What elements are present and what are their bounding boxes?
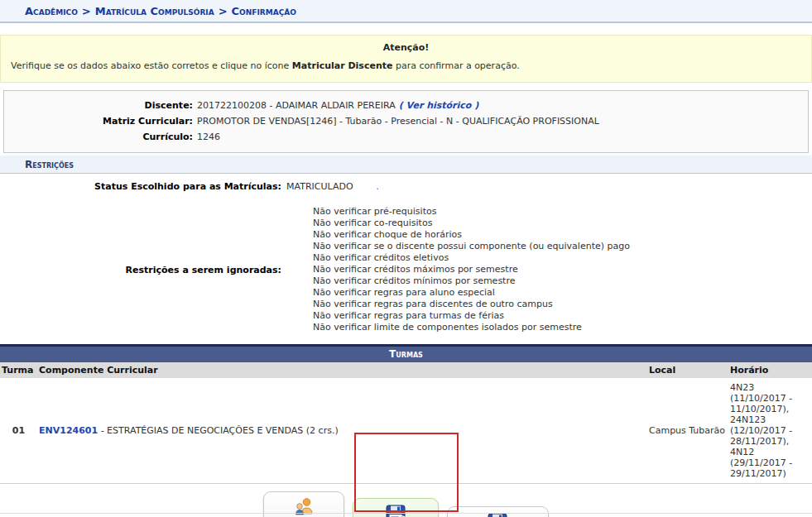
attention-box: Atenção! Verifique se os dados abaixo es… [0,35,812,83]
column-header-local: Local [647,362,728,378]
restrictions-ignored-label: Restrições a serem ignoradas: [0,265,281,275]
breadcrumb-matricula-compulsoria[interactable]: Matrícula Compulsória [95,5,214,17]
turma-number: 01 [0,378,37,484]
attention-text-bold: Matricular Discente [292,60,393,71]
course-code: ENV124601 [39,425,98,436]
restriction-item: Não verificar limite de componentes isol… [313,322,630,333]
curriculo-label: Currículo: [4,129,193,145]
status-value-text: MATRICULADO [286,181,353,192]
column-header-componente: Componente Curricular [37,362,647,378]
discente-text: 201722100208 - ADAIMAR ALDAIR PEREIRA [197,100,396,111]
footer-divider [0,513,812,514]
curriculo-value: 1246 [193,129,220,145]
turmas-header-row: Turma Componente Curricular Local Horári… [0,362,812,378]
breadcrumb-separator: > [219,5,228,17]
restriction-item: Não verificar pré-requisitos [313,206,630,218]
attention-message: Verifique se os dados abaixo estão corre… [11,60,801,71]
column-header-horario: Horário [728,362,812,378]
restriction-item: Não verificar créditos eletivos [313,252,630,264]
student-info-box: Discente: 201722100208 - ADAIMAR ALDAIR … [3,90,809,153]
matricular-discente-button[interactable]: Matricular Discente [353,498,439,517]
restriction-item: Não verificar choque de horários [313,229,630,241]
restriction-item: Não verificar se o discente possui compo… [313,241,630,252]
turmas-table: Turma Componente Curricular Local Horári… [0,362,812,484]
status-row: Status Escolhido para as Matrículas: MAT… [0,180,812,194]
ver-historico-link[interactable]: ( Ver histórico ) [399,100,479,111]
restriction-item: Não verificar regras para discentes de o… [313,299,630,310]
student-info-row: Matriz Curricular: PROMOTOR DE VENDAS[12… [4,113,808,129]
course-description: - ESTRATÉGIAS DE NEGOCIAÇÕES E VENDAS (2… [98,425,339,436]
restriction-item: Não verificar co-requisitos [313,218,630,229]
breadcrumb-academico[interactable]: Acadêmico [25,5,78,17]
discente-value: 201722100208 - ADAIMAR ALDAIR PEREIRA( V… [193,98,478,113]
attention-title: Atenção! [11,42,801,53]
stray-dot: . [377,182,379,191]
matriz-curricular-value: PROMOTOR DE VENDAS[1246] - Tubarão - Pre… [193,113,599,129]
restriction-item: Não verificar regras para turmas de féri… [313,310,630,322]
attention-text-before: Verifique se os dados abaixo estão corre… [11,60,292,71]
restriction-item: Não verificar créditos mínimos por semes… [313,275,630,287]
discente-label: Discente: [4,98,193,113]
matriz-curricular-label: Matriz Curricular: [4,113,193,129]
people-icon [271,497,337,517]
turmas-section-header: Turmas [0,344,812,362]
student-info-row: Discente: 201722100208 - ADAIMAR ALDAIR … [4,98,808,113]
componente-curricular-cell: ENV124601 - ESTRATÉGIAS DE NEGOCIAÇÕES E… [37,378,647,484]
restrictions-list: Não verificar pré-requisitos Não verific… [281,206,630,333]
student-info-row: Currículo: 1246 [4,129,808,145]
breadcrumb-confirmacao[interactable]: Confirmação [232,5,296,17]
column-header-turma: Turma [0,362,37,378]
sair-sem-salvar-button[interactable]: Sair sem salvar [447,506,548,517]
restriction-item: Não verificar créditos máximos por semes… [313,264,630,275]
restricoes-section-header: Restrições [0,156,812,174]
floppy-disk-check-icon [360,504,431,517]
breadcrumb-separator: > [82,5,91,17]
horario-cell: 4N23 (11/10/2017 - 11/10/2017), 24N123 (… [728,378,812,484]
status-value: MATRICULADO. [281,180,379,194]
local-cell: Campus Tubarão [647,378,728,484]
table-row: 01 ENV124601 - ESTRATÉGIAS DE NEGOCIAÇÕE… [0,378,812,484]
status-label: Status Escolhido para as Matrículas: [0,180,281,194]
breadcrumb: Acadêmico>Matrícula Compulsória>Confirma… [0,0,812,23]
restriction-item: Não verificar regras para aluno especial [313,287,630,299]
turmas-section: Turmas Turma Componente Curricular Local… [0,344,812,484]
restrictions-row: Restrições a serem ignoradas: Não verifi… [0,206,812,333]
attention-text-after: para confirmar a operação. [392,60,519,71]
